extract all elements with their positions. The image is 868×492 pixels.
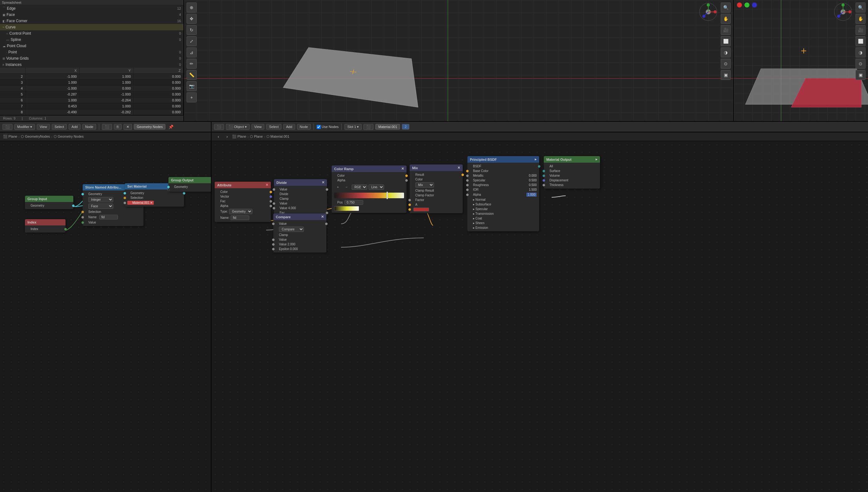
tool-orbit[interactable]: 🎥 — [721, 25, 731, 35]
table-row[interactable]: 2-1.0001.0000.000 — [0, 74, 183, 80]
right-tool-orbit[interactable]: 🎥 — [856, 25, 866, 35]
right-tool-xray[interactable]: ▣ — [856, 70, 866, 80]
node-material-output[interactable]: Material Output ▸ All Surface Volume — [544, 156, 600, 189]
tree-item-face-corner[interactable]: ◧ Face Corner 16 — [0, 18, 183, 24]
attribute-close[interactable]: ✕ — [265, 183, 268, 187]
node-compare[interactable]: Compare ✕ Value Compare Cla — [273, 214, 326, 252]
tree-item-point-cloud[interactable]: ☁ Point Cloud — [0, 43, 183, 49]
breadcrumb-plane[interactable]: ⬛ Plane — [3, 134, 17, 139]
cr-swatch[interactable] — [334, 206, 359, 211]
node-mix[interactable]: Mix ✕ Result Color Mix Clamp Resul — [410, 165, 463, 213]
mat-bc-plane2[interactable]: ⬡ Plane — [250, 134, 263, 139]
right-tool-overlay[interactable]: ⊙ — [856, 59, 866, 69]
tree-item-control-point[interactable]: ○ Control Point 0 — [0, 30, 183, 36]
tree-item-spline[interactable]: — Spline 0 — [0, 36, 183, 43]
attr-type-select[interactable]: Geometry — [229, 209, 253, 214]
tool-rotate[interactable]: ↻ — [187, 25, 196, 35]
mat-node-canvas[interactable]: Attribute ✕ Color Vector Fac — [212, 141, 868, 492]
tool-measure[interactable]: 📏 — [187, 70, 196, 80]
store-type-select[interactable]: Integer — [88, 197, 113, 202]
node-delete-btn[interactable]: ✕ — [124, 124, 132, 130]
cr-swatch-row[interactable] — [332, 205, 406, 212]
table-row[interactable]: 61.000-0.2640.000 — [0, 97, 183, 103]
tree-item-face[interactable]: ▣ Face 4 — [0, 11, 183, 18]
sm-material-row[interactable]: Material.001 ✕ — [125, 200, 184, 205]
tool-transform[interactable]: ⊿ — [187, 47, 196, 57]
node-copy-btn[interactable]: ⎘ — [114, 124, 122, 129]
table-row[interactable]: 8-0.490-0.2820.000 — [0, 109, 183, 115]
use-nodes-wrap[interactable]: Use Nodes — [317, 125, 339, 129]
mat-node-menu[interactable]: Node — [297, 124, 311, 129]
node-principled-bsdf[interactable]: Principled BSDF ▸ BSDF Base Color Metall… — [467, 156, 539, 231]
geo-add-menu[interactable]: Add — [69, 124, 80, 129]
tree-item-volume-grids[interactable]: ⊞ Volume Grids 0 — [0, 55, 183, 62]
mat-bc-material[interactable]: ⬡ Material.001 — [266, 134, 290, 139]
tool-scale[interactable]: ⤢ — [187, 36, 196, 46]
mat-browse-btn[interactable]: ⬛ — [364, 124, 373, 130]
node-group-output[interactable]: Group Output Geometry — [168, 177, 211, 192]
breadcrumb-geo-nodes[interactable]: ⬡ Geometry Nodes — [54, 134, 84, 139]
attr-name-input[interactable] — [231, 215, 249, 220]
table-row[interactable]: 70.4531.0000.000 — [0, 103, 183, 109]
material-badge[interactable]: Material.001 ✕ — [127, 201, 154, 205]
cr-add-stop[interactable]: + — [334, 183, 342, 191]
tool-pan[interactable]: ✋ — [721, 14, 731, 24]
node-icon-btn[interactable]: ⬛ — [102, 124, 112, 130]
cr-stop-handle[interactable] — [387, 192, 388, 199]
mix-close[interactable]: ✕ — [457, 166, 460, 170]
mat-output-expand[interactable]: ▸ — [596, 157, 598, 162]
geo-node-canvas[interactable]: Group Input Geometry Index Index — [0, 141, 211, 492]
tool-frame-selected[interactable]: ⬜ — [721, 36, 731, 46]
mix-mode-select[interactable]: Mix — [415, 182, 434, 188]
bc-nav-left[interactable]: ‹ — [215, 133, 222, 141]
node-group-input[interactable]: Group Input Geometry — [25, 196, 73, 209]
table-row[interactable]: 31.0001.0000.000 — [0, 80, 183, 85]
pin-icon[interactable]: 📌 — [167, 123, 175, 130]
color-ramp-close[interactable]: ✕ — [401, 167, 404, 171]
cr-remove-stop[interactable]: − — [343, 183, 350, 191]
mat-name-field[interactable]: Material.001 — [375, 124, 400, 129]
tool-overlay[interactable]: ⊙ — [721, 59, 731, 69]
cr-interp-linear[interactable]: Linear — [368, 184, 384, 190]
node-index[interactable]: Index Index — [25, 219, 65, 232]
tool-xray[interactable]: ▣ — [721, 70, 731, 80]
tool-add[interactable]: + — [187, 92, 196, 102]
compare-close[interactable]: ✕ — [321, 215, 324, 219]
modifier-dropdown[interactable]: Modifier ▾ — [15, 124, 35, 130]
tree-item-curve[interactable]: ~ Curve — [0, 24, 183, 30]
mat-remove-btn[interactable]: ✕ — [150, 201, 153, 204]
tool-move[interactable]: ✥ — [187, 14, 196, 24]
tool-viewport-shade[interactable]: ◑ — [721, 47, 731, 57]
geo-view-menu[interactable]: View — [37, 124, 50, 129]
compare-op-select[interactable]: Compare — [279, 227, 304, 232]
tool-camera[interactable]: 📷 — [187, 81, 196, 91]
mat-mode-dropdown[interactable]: ⬛ Object ▾ — [226, 124, 249, 130]
table-row[interactable]: 4-1.0000.0000.000 — [0, 85, 183, 92]
node-attribute[interactable]: Attribute ✕ Color Vector Fac — [215, 182, 271, 222]
tree-item-point[interactable]: · Point 0 — [0, 49, 183, 55]
cr-gradient-bar[interactable] — [334, 193, 404, 198]
geo-node-menu[interactable]: Node — [82, 124, 96, 129]
mat-view-menu[interactable]: View — [252, 124, 265, 129]
right-tool-zoom[interactable]: 🔍 — [856, 2, 866, 13]
geo-select-menu[interactable]: Select — [52, 124, 67, 129]
editor-type-btn[interactable]: ⬛ — [2, 124, 12, 130]
mat-add-menu[interactable]: Add — [283, 124, 295, 129]
divide-close[interactable]: ✕ — [322, 180, 324, 184]
tool-annotate[interactable]: ✏ — [187, 59, 196, 69]
cr-pos-input[interactable] — [344, 200, 363, 205]
breadcrumb-geometry-nodes[interactable]: ⬡ GeometryNodes — [21, 134, 50, 139]
principled-expand[interactable]: ▸ — [535, 157, 537, 162]
mat-editor-type-btn[interactable]: ⬛ — [214, 124, 224, 130]
right-tool-pan[interactable]: ✋ — [856, 14, 866, 24]
cr-controls-row[interactable]: + − RGB Linear — [332, 182, 406, 191]
right-tool-shade[interactable]: ◑ — [856, 47, 866, 57]
tree-item-edge[interactable]: ⌒ Edge 12 — [0, 5, 183, 11]
node-color-ramp[interactable]: Color Ramp ✕ Color Alpha + − — [332, 166, 406, 213]
bc-nav-right[interactable]: › — [223, 133, 231, 141]
tool-zoom[interactable]: 🔍 — [721, 2, 731, 13]
tree-item-instances[interactable]: ≡ Instances 0 — [0, 62, 183, 68]
mix-b-swatch[interactable] — [414, 207, 429, 211]
mat-select-menu[interactable]: Select — [266, 124, 282, 129]
node-divide[interactable]: Divide ✕ Value Divide Clamp — [274, 179, 327, 216]
